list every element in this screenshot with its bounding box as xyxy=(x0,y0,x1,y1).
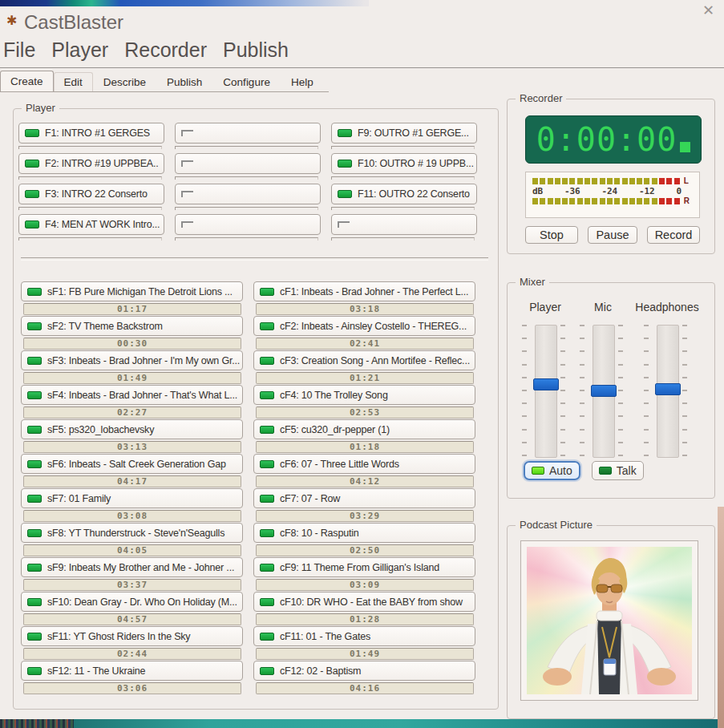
slot-row: cF4: 10 The Trolley Song02:53 xyxy=(253,385,475,419)
slot-cf3-button[interactable]: cF3: Creation Song - Ann Mortifee - Refl… xyxy=(253,350,475,370)
slot-row: sF8: YT Thunderstruck - Steve'n'Seagulls… xyxy=(21,523,243,557)
slot-sf4-button[interactable]: sF4: Inbeats - Brad Johner - That's What… xyxy=(21,385,243,405)
player-volume-slider[interactable] xyxy=(535,325,557,458)
hotkey-empty-button[interactable] xyxy=(175,123,321,144)
screen-bezel-edge xyxy=(718,507,724,728)
slot-sf11-button[interactable]: sF11: YT Ghost Riders In the Sky xyxy=(21,626,243,646)
slot-time-bar: 03:18 xyxy=(256,303,474,315)
hotkey-f11-button[interactable]: F11: OUTRO 22 Conserto xyxy=(331,184,477,204)
meter-tick-label: -24 xyxy=(601,186,617,196)
slot-time: 02:27 xyxy=(117,407,148,418)
pause-button[interactable]: Pause xyxy=(588,226,637,244)
hotkey-f1-button[interactable]: F1: INTRO #1 GERGES xyxy=(18,123,164,144)
app-icon: ✱ xyxy=(6,13,17,28)
slot-sf6-button[interactable]: sF6: Inbeats - Salt Creek Generation Gap xyxy=(21,454,243,474)
slot-time-bar: 02:27 xyxy=(23,406,241,419)
headphones-volume-slider[interactable] xyxy=(657,325,679,458)
menu-bar: File Player Recorder Publish xyxy=(2,38,290,62)
slot-time-bar: 03:09 xyxy=(256,579,474,591)
led-indicator xyxy=(27,633,42,641)
slot-label: sF2: TV Theme Backstrom xyxy=(47,321,163,332)
slot-sf1-button[interactable]: sF1: FB Pure Michigan The Detroit Lions … xyxy=(21,281,243,301)
hotkey-f3-button[interactable]: F3: INTRO 22 Conserto xyxy=(18,184,164,204)
slot-cf8-button[interactable]: cF8: 10 - Rasputin xyxy=(253,523,475,543)
slot-sf9-button[interactable]: sF9: Inbeats My Brother and Me - Johner … xyxy=(21,557,243,577)
hotkey-label: F9: OUTRO #1 GERGE... xyxy=(358,127,469,139)
menu-recorder[interactable]: Recorder xyxy=(123,38,208,62)
slot-time-bar: 03:13 xyxy=(23,441,241,453)
slot-label: cF11: 01 - The Gates xyxy=(280,631,370,642)
led-indicator xyxy=(260,288,274,296)
hotkey-f4-button[interactable]: F4: MEN AT WORK Intro... xyxy=(18,214,164,235)
slider-handle[interactable] xyxy=(655,383,681,395)
progress-trough xyxy=(175,176,318,180)
slot-row: sF7: 01 Family03:08 xyxy=(21,488,243,523)
slot-cf12-button[interactable]: cF12: 02 - Baptism xyxy=(253,661,475,681)
hotkey-empty-button[interactable] xyxy=(175,214,321,235)
hotkey-f10-button[interactable]: F10: OUTRO # 19 UPPB... xyxy=(331,153,477,174)
slot-sf12-button[interactable]: sF12: 11 - The Ukraine xyxy=(21,661,243,681)
tab-describe[interactable]: Describe xyxy=(93,72,156,91)
hotkey-empty-button[interactable] xyxy=(175,153,321,174)
slot-sf2-button[interactable]: sF2: TV Theme Backstrom xyxy=(21,316,243,336)
taskbar-thumbnails xyxy=(0,719,74,728)
tab-configure[interactable]: Configure xyxy=(212,72,281,91)
slot-cf11-button[interactable]: cF11: 01 - The Gates xyxy=(253,626,475,646)
slot-cf1-button[interactable]: cF1: Inbeats - Brad Johner - The Perfect… xyxy=(253,281,475,301)
close-icon[interactable]: ✕ xyxy=(702,2,714,19)
slot-time: 03:37 xyxy=(117,580,148,590)
slot-time-bar: 01:17 xyxy=(23,303,241,315)
slot-cf2-button[interactable]: cF2: Inbeats - Ainsley Costello - THEREG… xyxy=(253,316,475,336)
led-indicator xyxy=(260,357,274,365)
led-indicator xyxy=(338,190,352,198)
slot-row: cF2: Inbeats - Ainsley Costello - THEREG… xyxy=(253,316,475,350)
menu-file[interactable]: File xyxy=(2,38,37,62)
tab-help[interactable]: Help xyxy=(281,72,324,91)
hotkey-empty-button[interactable] xyxy=(175,184,321,204)
led-indicator xyxy=(181,160,193,167)
slot-row: sF3: Inbeats - Brad Johner - I'm My own … xyxy=(21,350,243,385)
slot-time-bar: 01:18 xyxy=(256,441,474,453)
hotkey-f2-button[interactable]: F2: INTRO #19 UPPBEA.. xyxy=(18,153,164,174)
sf-slot-column: sF1: FB Pure Michigan The Detroit Lions … xyxy=(21,281,243,695)
tab-create[interactable]: Create xyxy=(0,71,54,91)
hotkey-label: F11: OUTRO 22 Conserto xyxy=(358,188,470,200)
talk-toggle-button[interactable]: Talk xyxy=(592,461,644,480)
slot-time-bar: 01:49 xyxy=(256,648,474,660)
menu-publish[interactable]: Publish xyxy=(221,38,290,62)
led-indicator xyxy=(260,633,274,641)
slot-cf7-button[interactable]: cF7: 07 - Row xyxy=(253,488,475,508)
slot-cf9-button[interactable]: cF9: 11 Theme From Gilligan's Island xyxy=(253,557,475,577)
auto-toggle-button[interactable]: Auto xyxy=(524,461,580,480)
slot-cf6-button[interactable]: cF6: 07 - Three Little Words xyxy=(253,454,475,474)
slot-time-bar: 03:06 xyxy=(23,682,241,694)
slot-sf3-button[interactable]: sF3: Inbeats - Brad Johner - I'm My own … xyxy=(21,350,243,370)
slider-handle[interactable] xyxy=(591,385,617,397)
led-indicator xyxy=(338,129,352,137)
led-indicator xyxy=(338,160,352,168)
slot-sf5-button[interactable]: sF5: ps320_lobachevsky xyxy=(21,419,243,439)
led-indicator xyxy=(27,322,42,330)
auto-label: Auto xyxy=(549,464,572,477)
player-group: Player F1: INTRO #1 GERGES F9: OUTRO #1 … xyxy=(13,108,499,710)
tab-edit[interactable]: Edit xyxy=(54,72,93,91)
slot-sf10-button[interactable]: sF10: Dean Gray - Dr. Who On Holiday (M.… xyxy=(21,592,243,612)
record-button[interactable]: Record xyxy=(647,226,700,244)
slider-handle[interactable] xyxy=(533,378,559,390)
slot-cf5-button[interactable]: cF5: cu320_dr-pepper (1) xyxy=(253,419,475,439)
slot-cf10-button[interactable]: cF10: DR WHO - Eat the BABY from show xyxy=(253,592,475,612)
slot-sf7-button[interactable]: sF7: 01 Family xyxy=(21,488,243,508)
menu-player[interactable]: Player xyxy=(50,38,110,62)
slot-sf8-button[interactable]: sF8: YT Thunderstruck - Steve'n'Seagulls xyxy=(21,523,243,543)
slider-ticks xyxy=(522,325,528,456)
stop-button[interactable]: Stop xyxy=(525,226,578,244)
hotkey-label: F2: INTRO #19 UPPBEA.. xyxy=(45,158,158,169)
hotkey-empty-button[interactable] xyxy=(331,214,477,235)
slot-time: 04:17 xyxy=(117,476,148,487)
podcast-picture-frame xyxy=(520,540,698,701)
tab-publish[interactable]: Publish xyxy=(156,72,212,91)
hotkey-f9-button[interactable]: F9: OUTRO #1 GERGE... xyxy=(331,123,477,144)
recorder-buttons: Stop Pause Record xyxy=(525,226,700,244)
mic-volume-slider[interactable] xyxy=(593,325,615,458)
slot-cf4-button[interactable]: cF4: 10 The Trolley Song xyxy=(253,385,475,405)
